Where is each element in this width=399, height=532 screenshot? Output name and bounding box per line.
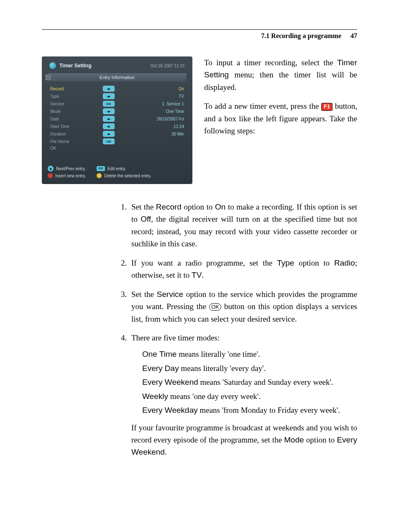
mode-name: Every Day <box>142 364 179 373</box>
osd-row: ServiceOK1. Service 1 <box>50 100 184 107</box>
osd-row-key: ◂▸ <box>96 86 121 92</box>
osd-row-value: TV <box>121 94 184 99</box>
osd-row-label: Start Time <box>50 124 96 129</box>
osd-row-key: ◂▸ <box>96 123 121 129</box>
left-right-key-icon: ◂▸ <box>103 131 115 137</box>
left-right-key-icon: ◂▸ <box>103 108 115 114</box>
mode-desc: means 'one day every week'. <box>168 392 261 401</box>
mode-line: Every Day means literally 'every day'. <box>142 362 357 374</box>
osd-row-key: ◂▸ <box>96 131 121 137</box>
mode-line: Weekly means 'one day every week'. <box>142 390 357 402</box>
osd-row-value: On <box>121 87 184 91</box>
page-header: 7.1 Recording a programme 47 <box>42 32 357 40</box>
left-right-key-icon: ◂▸ <box>103 123 115 129</box>
mode-line: One Time means literally 'one time'. <box>142 348 357 360</box>
osd-row-key: OK <box>96 138 121 144</box>
osd-row-value: 26/10/2007-Fri <box>121 117 184 121</box>
step-4-lead: There are five timer modes: <box>131 333 220 342</box>
intro-p1a: To input a timer recording, select the <box>204 58 337 67</box>
legend-next-prev: Next/Prev entry. <box>56 166 86 171</box>
ok-key-icon: OK <box>103 138 115 144</box>
osd-panel-title-text: Entry Information <box>100 75 135 80</box>
mode-desc: means 'from Monday to Friday every week'… <box>198 406 340 414</box>
osd-title: Timer Setting <box>59 63 91 69</box>
osd-row: OK <box>50 145 184 151</box>
osd-row-label: Record <box>50 87 96 91</box>
f1-key-icon: F1 <box>321 103 332 110</box>
ok-key-icon: OK <box>103 101 115 107</box>
osd-legend: ◆ Next/Prev entry. OK Edit entry. Insert… <box>48 165 187 179</box>
intro-text: To input a timer recording, select the T… <box>204 56 357 184</box>
osd-row-label: Service <box>50 102 96 106</box>
yellow-dot-icon <box>97 173 102 178</box>
ok-key-icon: OK <box>97 166 105 171</box>
osd-row: File NameOK <box>50 138 184 145</box>
header-rule <box>42 29 357 30</box>
updown-key-icon: ◆ <box>48 166 54 171</box>
osd-row: Type◂▸TV <box>50 92 184 100</box>
header-section: 7.1 Recording a programme <box>261 32 341 39</box>
osd-row-key: OK <box>96 101 121 107</box>
left-right-key-icon: ◂▸ <box>103 86 115 92</box>
mode-line: Every Weekday means 'from Monday to Frid… <box>142 404 357 416</box>
mode-name: Every Weekend <box>142 378 198 386</box>
osd-row-key: ◂▸ <box>96 108 121 114</box>
header-page-number: 47 <box>350 32 357 39</box>
osd-row-label: Duration <box>50 132 96 136</box>
timer-setting-screenshot: Timer Setting Oct 26 2007 11:21 › Entry … <box>42 56 192 184</box>
chevron-right-icon: › <box>45 74 51 80</box>
osd-row-label: Mode <box>50 109 96 114</box>
osd-row-label: Type <box>50 94 96 99</box>
osd-datetime: Oct 26 2007 11:21 <box>151 64 185 68</box>
steps-list: Set the Record option to On to make a re… <box>117 201 357 458</box>
step-1: Set the Record option to On to make a re… <box>129 201 357 250</box>
left-right-key-icon: ◂▸ <box>103 116 115 122</box>
mode-name: Every Weekday <box>142 406 198 414</box>
osd-row: Record◂▸On <box>50 85 184 92</box>
osd-row-label: OK <box>50 146 96 151</box>
legend-insert: Insert new entry. <box>55 174 86 178</box>
osd-row-label: Date <box>50 117 96 121</box>
osd-row-value: 11:24 <box>121 124 184 129</box>
legend-edit: Edit entry. <box>107 166 126 171</box>
mode-name: Weekly <box>142 392 168 401</box>
step-4: There are five timer modes: One Time mea… <box>129 332 357 458</box>
mode-desc: means literally 'every day'. <box>179 364 266 373</box>
mode-desc: means literally 'one time'. <box>176 350 260 358</box>
osd-row: Date◂▸26/10/2007-Fri <box>50 115 184 123</box>
intro-p2a: To add a new timer event, press the <box>204 102 321 110</box>
osd-row: Duration◂▸30 Min <box>50 130 184 138</box>
osd-row-key: ◂▸ <box>96 93 121 99</box>
ok-key-inline-icon: OK <box>209 303 221 311</box>
mode-line: Every Weekend means 'Saturday and Sunday… <box>142 376 357 388</box>
osd-row-value: 30 Min <box>121 132 184 136</box>
osd-row: Mode◂▸One Time <box>50 107 184 115</box>
timer-icon <box>49 62 56 69</box>
mode-name: One Time <box>142 350 176 358</box>
step-2: If you want a radio programme, set the T… <box>129 257 357 281</box>
osd-row-key: ◂▸ <box>96 116 121 122</box>
left-right-key-icon: ◂▸ <box>103 93 115 99</box>
step-3: Set the Service option to the service wh… <box>129 288 357 325</box>
osd-row-value: One Time <box>121 109 184 114</box>
legend-delete: Delete the selected entry. <box>104 174 151 178</box>
osd-panel-title: › Entry Information <box>48 73 187 82</box>
mode-desc: means 'Saturday and Sunday every week'. <box>198 378 333 386</box>
osd-row-label: File Name <box>50 139 96 144</box>
red-dot-icon <box>48 173 53 178</box>
osd-row: Start Time◂▸11:24 <box>50 123 184 130</box>
osd-row-value: 1. Service 1 <box>121 102 184 106</box>
